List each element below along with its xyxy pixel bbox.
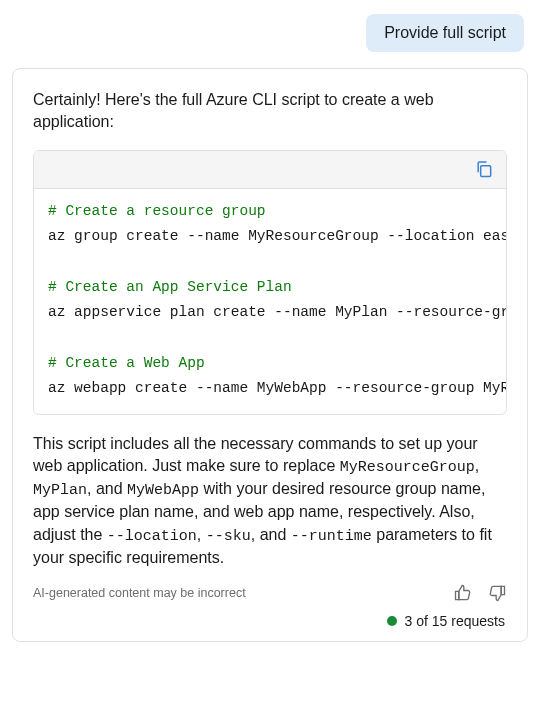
inline-code: MyResourceGroup	[340, 459, 475, 476]
inline-code: MyWebApp	[127, 482, 199, 499]
code-block: # Create a resource group az group creat…	[33, 150, 507, 415]
ai-disclaimer-text: AI-generated content may be incorrect	[33, 586, 246, 600]
inline-code: MyPlan	[33, 482, 87, 499]
code-line: az group create --name MyResourceGroup -…	[48, 228, 506, 244]
code-line: az webapp create --name MyWebApp --resou…	[48, 380, 506, 396]
inline-code: --runtime	[291, 528, 372, 545]
user-message-row: Provide full script	[8, 8, 532, 52]
code-line: az appservice plan create --name MyPlan …	[48, 304, 506, 320]
assistant-response-card: Certainly! Here's the full Azure CLI scr…	[12, 68, 528, 642]
thumbs-up-icon[interactable]	[453, 583, 473, 603]
code-content: # Create a resource group az group creat…	[34, 189, 506, 414]
user-message-bubble: Provide full script	[366, 14, 524, 52]
inline-code: --sku	[206, 528, 251, 545]
requests-status-text: 3 of 15 requests	[405, 613, 505, 629]
status-dot-icon	[387, 616, 397, 626]
assistant-followup-text: This script includes all the necessary c…	[33, 433, 507, 569]
card-footer: AI-generated content may be incorrect	[33, 583, 507, 603]
thumbs-down-icon[interactable]	[487, 583, 507, 603]
inline-code: --location	[107, 528, 197, 545]
code-toolbar	[34, 151, 506, 189]
user-message-text: Provide full script	[384, 24, 506, 41]
feedback-icons	[453, 583, 507, 603]
assistant-intro-text: Certainly! Here's the full Azure CLI scr…	[33, 89, 507, 134]
copy-icon[interactable]	[474, 159, 494, 179]
code-comment: # Create a resource group	[48, 203, 266, 219]
requests-status-row: 3 of 15 requests	[33, 613, 507, 629]
svg-rect-0	[481, 166, 491, 177]
code-comment: # Create an App Service Plan	[48, 279, 292, 295]
code-comment: # Create a Web App	[48, 355, 205, 371]
